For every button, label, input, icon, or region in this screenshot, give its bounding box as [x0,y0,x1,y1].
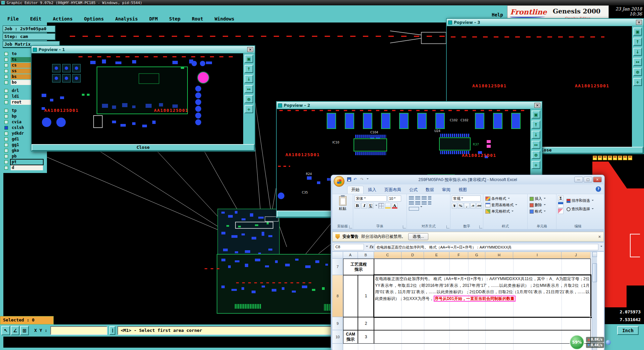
underline-button[interactable]: U [368,203,374,209]
pv-crosshair-tool[interactable]: + [633,78,642,86]
app-titlebar[interactable]: Graphic Editor 9.07b2 (00@HY-HYCAM-PC185… [0,0,644,5]
delete-cells-button[interactable]: 删除 [529,202,555,208]
font-size-select[interactable]: 10 [388,195,401,202]
pv-zoom-tool[interactable]: ⊕ [245,95,253,103]
pv-window-tool[interactable]: ▣ [245,55,253,63]
row-header[interactable]: 7 [332,259,343,275]
align-top-icon[interactable] [409,196,414,200]
column-header[interactable]: C [374,252,401,259]
format-as-table-button[interactable]: 套用表格格式 [485,202,526,208]
select-all-corner[interactable] [332,252,343,259]
align-right-icon[interactable] [422,201,427,205]
tab-insert[interactable]: 插入 [364,186,380,194]
profile-button[interactable] [593,156,597,160]
menu-options[interactable]: Options [83,15,105,22]
cell-c9-merged[interactable] [374,317,591,330]
close-icon[interactable]: × [247,47,253,52]
pv-pan-up-tool[interactable]: ↑ [633,38,642,46]
save-icon[interactable] [347,177,351,181]
column-header[interactable]: H [485,252,513,259]
layer-visibility-checkbox[interactable] [4,143,8,147]
dialog-launcher-icon[interactable] [349,225,352,228]
grid-tool-button[interactable]: ⊞ [20,326,29,335]
office-button[interactable] [334,176,344,187]
conditional-formatting-button[interactable]: 条件格式 [485,195,526,202]
comma-format-button[interactable]: , [464,203,469,209]
cell-a10[interactable]: CAM指示 [343,330,358,344]
layer-visibility-checkbox[interactable] [4,126,8,130]
name-box-dropdown-icon[interactable] [366,246,368,248]
cell-a7-merged[interactable]: 工艺流程指示 [343,259,374,275]
autosum-button[interactable]: Σ [558,195,564,201]
profile-button[interactable] [603,156,607,160]
layer-visibility-checkbox[interactable] [4,95,8,98]
pv-pan-down-tool[interactable]: ↓ [532,131,540,139]
layer-visibility-checkbox[interactable] [4,100,8,104]
pv-pan-down-tool[interactable]: ↓ [633,48,642,56]
popview2-titlebar[interactable]: Popview - 2 × [277,102,542,109]
layer-visibility-checkbox[interactable] [4,115,8,118]
percent-format-button[interactable]: % [458,203,463,209]
redo-icon[interactable]: ↷ [359,177,365,182]
font-color-button[interactable]: A [392,203,397,209]
layer-visibility-checkbox[interactable] [4,81,8,84]
name-box[interactable]: C8 [334,244,364,250]
align-bottom-icon[interactable] [422,196,427,200]
bold-button[interactable]: B [355,203,360,209]
column-header[interactable]: F [449,252,468,259]
font-name-select[interactable]: 宋体 [355,195,387,202]
scrollbar-thumb[interactable] [592,263,597,282]
formula-expand-icon[interactable] [600,246,602,248]
tab-review[interactable]: 审阅 [438,186,454,194]
cell-b8[interactable]: 1 [358,275,374,317]
layer-visibility-checkbox[interactable] [4,132,8,135]
pv-pan-up-tool[interactable]: ↑ [532,121,540,129]
layer-visibility-checkbox[interactable] [4,160,8,164]
column-header[interactable]: A [343,252,358,259]
network-usage-badge[interactable]: 59% [570,335,584,350]
pv-pan-horizontal-tool[interactable]: ↔ [633,58,642,66]
float-ball-icon[interactable] [606,340,611,345]
close-icon[interactable]: × [534,103,540,108]
format-cells-button[interactable]: 格式 [529,208,555,215]
job-name-box[interactable]: Job : 2s9fm05pa0 [3,26,56,33]
row-header[interactable]: 10 [332,330,343,344]
layer-visibility-checkbox[interactable] [4,120,8,124]
units-button[interactable]: Inch [617,326,639,335]
menu-edit[interactable]: Edit [29,15,43,22]
popview3-titlebar[interactable]: Popview - 3 × [447,19,643,26]
pv-window-tool[interactable]: ▣ [532,111,540,119]
layer-visibility-checkbox[interactable] [4,58,8,61]
tab-formulas[interactable]: 公式 [406,186,421,194]
layer-visibility-checkbox[interactable] [4,137,8,141]
menu-rout[interactable]: Rout [191,15,205,22]
dialog-launcher-icon[interactable] [446,225,449,228]
layer-visibility-checkbox[interactable] [4,166,8,170]
close-button[interactable]: × [593,177,602,182]
profile-button[interactable] [598,156,602,160]
pv-crosshair-tool[interactable]: + [245,105,253,113]
paste-button[interactable]: 粘贴 [334,196,352,211]
cell-c7-merged[interactable] [374,259,591,275]
layer-visibility-checkbox[interactable] [4,149,8,152]
align-left-icon[interactable] [409,201,414,205]
worksheet[interactable]: A B C D E F G H I J 7 8 9 10 工艺流程指示 [332,252,604,350]
menu-help[interactable]: Help [490,11,504,18]
layer-visibility-checkbox[interactable] [4,63,8,67]
underline-dropdown-icon[interactable] [375,205,377,207]
layer-row[interactable]: pt [0,160,47,165]
pv-pan-horizontal-tool[interactable]: ↔ [532,141,540,149]
cell-b10[interactable]: 3 [358,330,374,344]
pv-pan-down-tool[interactable]: ↓ [245,75,253,83]
measure-tool-button[interactable]: ∠ [11,326,19,335]
italic-button[interactable]: I [361,203,367,209]
prompt-toggle-button[interactable] [109,326,115,335]
layer-visibility-checkbox[interactable] [4,69,8,73]
help-icon[interactable]: ? [596,186,601,192]
undo-icon[interactable]: ↶ [353,177,358,182]
decrease-decimal-button[interactable]: .00 [476,203,482,209]
profile-button[interactable] [608,156,612,160]
security-options-button[interactable]: 选项... [408,233,428,240]
profile-button[interactable] [623,156,627,160]
cell-b9[interactable]: 2 [358,317,374,330]
